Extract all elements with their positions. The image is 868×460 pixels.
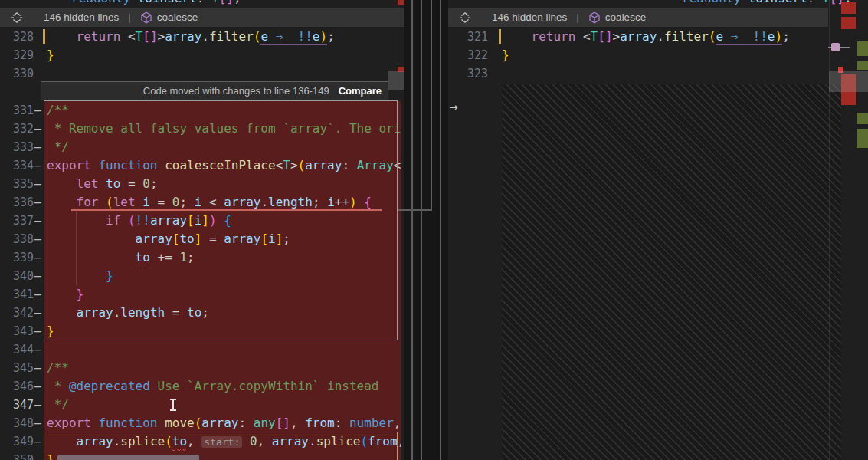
scrollbar-slider-left[interactable]	[388, 71, 404, 90]
line-number: 344	[0, 340, 34, 359]
code-text[interactable]: return <T[]>array.filter(e ⇒ !!e);	[47, 28, 401, 46]
code-text[interactable]: }	[47, 285, 401, 304]
code-text[interactable]: array[to] = array[i];	[47, 230, 401, 248]
original-editor-pane[interactable]: readonly toInsert? T[]; 146 hidden lines…	[0, 0, 404, 460]
code-line-333: 333– */	[0, 138, 404, 156]
moved-code-connector	[440, 0, 441, 460]
deleted-line-marker: –	[34, 156, 41, 175]
code-text[interactable]: export function move(array: any[], from:…	[47, 414, 401, 432]
symbol-breadcrumb-label[interactable]: coalesce	[605, 12, 646, 23]
modified-editor-pane[interactable]: readonly toInsert? T[]; 146 hidden lines…	[448, 0, 868, 460]
code-line-330: 330	[0, 64, 404, 83]
line-number: 330	[0, 64, 34, 83]
code-text[interactable]: }	[502, 46, 862, 64]
line-number: 342	[0, 304, 34, 322]
deleted-line-marker: –	[34, 322, 41, 340]
deleted-line-marker: –	[34, 432, 41, 451]
ruler-handle-icon[interactable]	[831, 43, 840, 51]
code-text[interactable]: let to = 0;	[47, 175, 401, 193]
code-text[interactable]: export function coalesceInPlace<T>(array…	[47, 156, 401, 175]
code-text[interactable]: /**	[47, 359, 401, 377]
hidden-lines-label: 146 hidden lines	[492, 12, 567, 23]
compare-link[interactable]: Compare	[339, 85, 382, 97]
deleted-line-marker: –	[34, 340, 41, 359]
code-line-340: 340– }	[0, 267, 404, 285]
indent-guide	[106, 230, 106, 267]
deleted-line-marker: –	[34, 414, 41, 432]
line-number: 346	[0, 377, 34, 396]
code-text[interactable]: */	[47, 396, 401, 414]
code-fragment: readonly toInsert? T[];	[71, 0, 241, 8]
line-number: 337	[0, 212, 34, 230]
deleted-line-marker: –	[34, 120, 41, 138]
code-line-329: 329}	[0, 46, 404, 64]
code-text[interactable]: if (!!array[i]) {	[47, 212, 401, 230]
code-text[interactable]: /**	[47, 101, 401, 120]
code-text[interactable]: }	[47, 322, 401, 340]
code-text[interactable]: * @deprecated Use `Array.copyWithin` ins…	[47, 377, 401, 396]
code-line-322: 322}	[448, 46, 868, 64]
line-number: 349	[0, 432, 34, 451]
code-line-349: 349– array.splice(to, start: 0, array.sp…	[0, 432, 404, 451]
deleted-line-marker: –	[34, 359, 41, 377]
overview-deleted-mark	[841, 17, 856, 29]
code-text[interactable]: return <T[]>array.filter(e ⇒ !!e);	[502, 28, 862, 46]
scrollbar-slider-right[interactable]	[829, 71, 868, 92]
symbol-cube-icon	[140, 12, 152, 24]
moved-code-connector	[431, 0, 432, 210]
separator: |	[128, 12, 131, 23]
indent-guide	[76, 212, 77, 285]
deleted-line-marker: –	[34, 267, 41, 285]
code-line-347: 347– */	[0, 396, 404, 414]
code-line-342: 342– array.length = to;	[0, 304, 404, 322]
code-line-339: 339– to += 1;	[0, 248, 404, 267]
deleted-line-marker: –	[34, 451, 41, 460]
separator: |	[576, 12, 579, 23]
line-number: 341	[0, 285, 34, 304]
hidden-lines-bar-right[interactable]: 146 hidden lines | coalesce	[448, 8, 828, 27]
line-number: 322	[448, 46, 488, 64]
overview-deleted-mark	[841, 2, 856, 14]
code-text[interactable]: to += 1;	[47, 248, 401, 267]
code-line-331: 331–/**	[0, 101, 404, 120]
line-number: 339	[0, 248, 34, 267]
deleted-line-marker: –	[34, 212, 41, 230]
deleted-lines-placeholder	[502, 84, 841, 460]
vscode-diff-editor: readonly toInsert? T[]; 146 hidden lines…	[0, 0, 868, 460]
line-number: 321	[448, 28, 488, 46]
code-text[interactable]: }	[47, 267, 401, 285]
mouse-ibeam-cursor	[169, 399, 177, 411]
line-number: 329	[0, 46, 34, 64]
partial-top-line-left: readonly toInsert? T[];	[0, 0, 404, 8]
code-text[interactable]: * Remove all falsy values from `array`. …	[47, 120, 401, 138]
hidden-lines-bar-left[interactable]: 146 hidden lines | coalesce	[0, 8, 404, 27]
overview-added-mark	[857, 113, 868, 124]
code-text[interactable]: array.splice(to, start: 0, array.splice(…	[47, 432, 401, 452]
scrollbar-track-edge	[829, 0, 830, 460]
code-line-346: 346– * @deprecated Use `Array.copyWithin…	[0, 377, 404, 396]
unfold-icon[interactable]	[459, 12, 471, 24]
overview-added-mark	[857, 129, 868, 148]
code-line-344: 344–	[0, 340, 404, 359]
moved-code-arrow-icon[interactable]: →	[450, 100, 458, 113]
line-number: 338	[0, 230, 34, 248]
editor-sash[interactable]	[404, 0, 448, 460]
line-number: 328	[0, 28, 34, 46]
code-text[interactable]: array.length = to;	[47, 304, 401, 322]
deleted-line-marker: –	[34, 193, 41, 212]
deleted-line-marker: –	[34, 230, 41, 248]
moved-code-connector	[411, 0, 413, 460]
line-number: 350	[0, 451, 34, 460]
line-number: 334	[0, 156, 34, 175]
line-number: 336	[0, 193, 34, 212]
unfold-icon[interactable]	[11, 12, 23, 24]
hover-widget-edge	[57, 455, 199, 460]
code-text[interactable]: */	[47, 138, 401, 156]
deleted-line-marker: –	[34, 396, 41, 414]
code-line-343: 343–}	[0, 322, 404, 340]
line-number: 323	[448, 64, 488, 83]
code-line-332: 332– * Remove all falsy values from `arr…	[0, 120, 404, 138]
symbol-breadcrumb-label[interactable]: coalesce	[157, 12, 198, 23]
moved-code-hint-text: Code moved with changes to line 136-149	[143, 85, 329, 97]
code-text[interactable]: }	[47, 46, 401, 64]
